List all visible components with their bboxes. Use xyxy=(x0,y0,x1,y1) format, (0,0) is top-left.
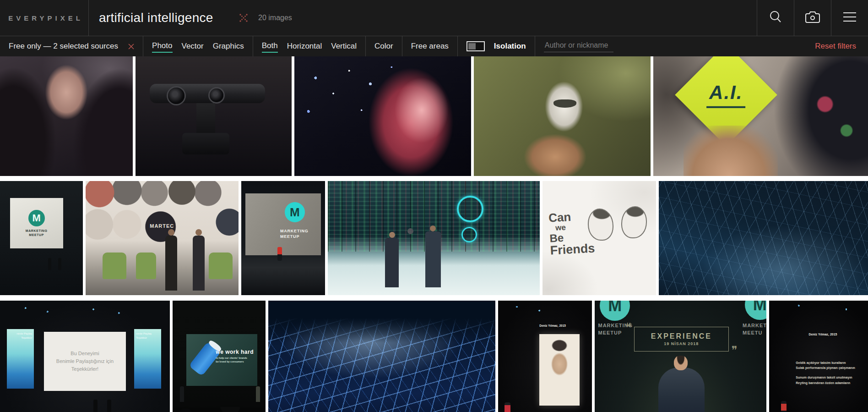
result-thumbnail-robot-trading-floor[interactable] xyxy=(328,181,540,295)
grid-row-2: M MARKETING MEETUP MARTEC M MARKETING xyxy=(0,181,868,295)
result-thumbnail-girl-portrait[interactable] xyxy=(0,56,133,176)
filter-isolation: Isolation xyxy=(458,36,535,56)
filter-orientation-both[interactable]: Both xyxy=(262,40,278,53)
gauge-ring-shape xyxy=(461,227,477,242)
sensor-lens-shape xyxy=(210,88,223,102)
meetup-title-line2: MEETUP xyxy=(29,233,44,236)
martec-logo-text: MARTEC xyxy=(150,223,174,229)
experience-date: 19 NİSAN 2018 xyxy=(664,341,699,346)
logo-link[interactable]: EVERYPIXEL xyxy=(0,0,89,36)
slide-line2: Sulak performansla pişman çalışmanın xyxy=(796,365,855,371)
filter-orientation-vertical[interactable]: Vertical xyxy=(331,40,357,52)
slide-caption: Deniz Yılmaz, 2015 xyxy=(539,324,566,327)
result-thumbnail-meetup-stage-wide[interactable]: M MARKETING MEETUP xyxy=(0,181,83,295)
speaker-silhouette xyxy=(107,400,111,412)
result-thumbnail-ai-sticky-note[interactable]: A.I. xyxy=(653,56,868,176)
result-thumbnail-network-plexus[interactable] xyxy=(659,181,868,295)
speaker-silhouette xyxy=(277,247,282,261)
result-thumbnail-lecture-stage[interactable]: Deniz Yılmaz, 2015 Geldik açıklıyor taks… xyxy=(769,301,868,412)
quote-open-icon: ❝ xyxy=(625,322,631,333)
side-screen-text: Teşekkür xyxy=(136,336,147,339)
results-count: 20 images xyxy=(258,14,292,22)
search-input[interactable] xyxy=(99,11,236,25)
result-thumbnail-toy-robot[interactable] xyxy=(474,56,651,176)
result-thumbnail-we-work-hard-stage[interactable]: we work hard to help our clients' brands… xyxy=(173,301,266,412)
brand-line2: MEETU xyxy=(743,330,763,335)
meetup-title-line1: MARKETING xyxy=(280,229,309,233)
result-thumbnail-panel-discussion[interactable]: MARTEC xyxy=(86,181,239,295)
clear-search-icon[interactable] xyxy=(238,12,249,23)
result-thumbnail-experience-photowall[interactable]: M MARKETING MEETUP M MARKET MEETU ❝ EXPE… xyxy=(595,301,766,412)
meetup-title-line1: MARKETING xyxy=(26,229,48,232)
side-screen-text: nimle Paylaş xyxy=(16,332,32,335)
result-thumbnail-wireframe-landscape[interactable] xyxy=(268,301,495,412)
filter-free-areas: Free areas xyxy=(402,36,458,56)
sensor-bar-shape xyxy=(150,84,265,103)
portrait-slide xyxy=(539,334,580,406)
host-silhouette xyxy=(165,236,177,291)
sketched-head-shape xyxy=(588,209,613,241)
stage-screen: M MARKETING MEETUP xyxy=(10,198,63,248)
search-by-image-button[interactable] xyxy=(794,0,831,36)
sources-filter-label[interactable]: Free only — 2 selected sources xyxy=(9,40,118,52)
menu-icon xyxy=(843,12,857,24)
green-chair-shape xyxy=(209,253,233,279)
search-icon xyxy=(768,9,783,27)
filter-orientation-horizontal[interactable]: Horizontal xyxy=(287,40,322,52)
search-button[interactable] xyxy=(757,0,794,36)
slide-line1: Geldik açıklıyor taksim kuralların xyxy=(796,360,855,366)
filter-type-photo[interactable]: Photo xyxy=(152,40,172,53)
sensor-lens-shape xyxy=(168,88,184,104)
isolation-label: Isolation xyxy=(494,42,526,51)
reset-filters-link[interactable]: Reset filters xyxy=(815,36,868,56)
meetup-logo-icon: M xyxy=(285,202,305,222)
results-grid: A.I. M MARKETING MEETUP MARTEC xyxy=(0,56,868,412)
meetup-logo-icon: M xyxy=(600,301,630,321)
speaker-silhouette xyxy=(180,386,184,402)
filter-type-graphics[interactable]: Graphics xyxy=(213,40,244,52)
sensor-stand-shape xyxy=(196,103,215,137)
isolation-toggle[interactable] xyxy=(467,41,485,51)
thankyou-line3: Teşekkürler! xyxy=(71,365,98,373)
brand-line2: MEETUP xyxy=(598,330,622,335)
meetup-logo-icon: M xyxy=(28,210,45,226)
grid-row-3: nimle Paylaş Teşekkür Bu Deneyimi Beniml… xyxy=(0,301,868,412)
meetup-logo-icon: M xyxy=(745,301,766,320)
brand-line1: MARKET xyxy=(743,323,766,328)
slide-line3: Sunum duruşmanın taksit unutmayın xyxy=(796,375,855,380)
result-thumbnail-cyborg-head[interactable] xyxy=(294,56,471,176)
speaker-silhouette xyxy=(58,258,61,270)
result-thumbnail-friends-sketch[interactable]: Can we Be Friends xyxy=(542,181,656,295)
filter-color: Color xyxy=(366,36,402,56)
search-bar: 20 images xyxy=(89,0,757,36)
header: EVERYPIXEL 20 images xyxy=(0,0,868,36)
filter-color-label[interactable]: Color xyxy=(374,40,393,52)
filter-orientation: Both Horizontal Vertical xyxy=(253,36,366,56)
author-input[interactable] xyxy=(544,40,613,52)
stage-screen: we work hard to help our clients' brands… xyxy=(186,334,257,386)
work-hard-sub1: to help our clients' brands xyxy=(216,357,247,359)
work-hard-sub2: be loved by consumers xyxy=(216,360,244,363)
speaker-silhouette xyxy=(505,402,510,412)
filter-type: Photo Vector Graphics xyxy=(143,36,253,56)
speaker-silhouette xyxy=(48,258,51,270)
filter-free-areas-label[interactable]: Free areas xyxy=(411,40,449,52)
filter-bar: Free only — 2 selected sources Photo Vec… xyxy=(0,36,868,56)
speaker-silhouette xyxy=(256,386,260,402)
thankyou-line2: Benimle Paylaştığınız için xyxy=(56,357,114,365)
businessman-silhouette xyxy=(425,231,441,287)
result-thumbnail-portrait-slide-stage[interactable]: Deniz Yılmaz, 2015 xyxy=(498,301,592,412)
filter-sources: Free only — 2 selected sources xyxy=(0,36,143,56)
man-silhouette xyxy=(658,368,705,412)
result-thumbnail-depth-sensor[interactable] xyxy=(136,56,292,176)
filter-type-vector[interactable]: Vector xyxy=(182,40,204,52)
remove-sources-filter-icon[interactable] xyxy=(128,44,134,49)
audience-silhouettes xyxy=(173,407,266,412)
slide-line4: Reyting barındıran özden adamların xyxy=(796,380,855,386)
logo-text: EVERYPIXEL xyxy=(5,14,83,22)
result-thumbnail-meetup-speaker[interactable]: M MARKETING MEETUP xyxy=(241,181,325,295)
camera-icon xyxy=(804,10,821,26)
menu-button[interactable] xyxy=(831,0,868,36)
sketched-head-shape xyxy=(621,206,647,238)
result-thumbnail-thank-you-stage[interactable]: nimle Paylaş Teşekkür Bu Deneyimi Beniml… xyxy=(0,301,170,412)
